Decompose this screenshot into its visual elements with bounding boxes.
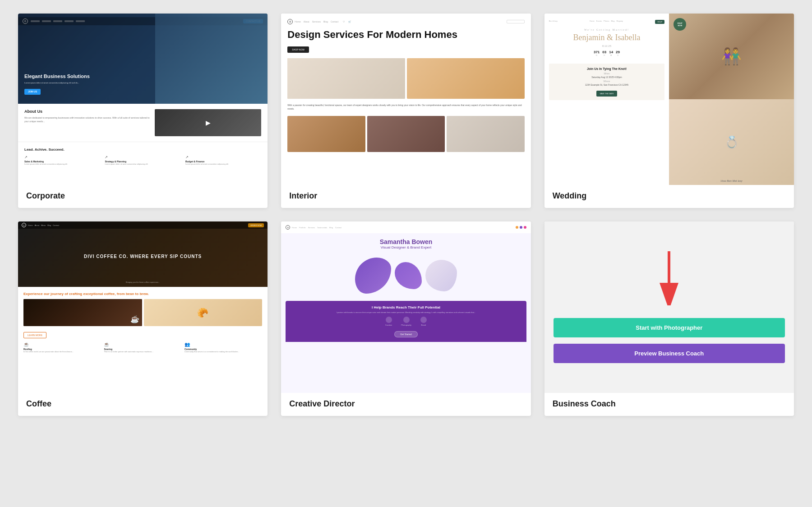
- card-corporate[interactable]: D CONTACT US Elegant Business Solutions …: [18, 14, 268, 208]
- wedding-countdown: 371 D 03 H 14 M 29 S: [594, 50, 620, 56]
- countdown-seconds: 29 S: [616, 50, 620, 56]
- corp-metric-2: ↗ Strategy & Planning Lorem ipsum dolor …: [105, 155, 180, 166]
- coffee-body: Experience our journey of crafting excep…: [18, 287, 268, 358]
- interior-hero-title: Design Services For Modern Homes: [287, 29, 524, 41]
- wed-when-label: When: [553, 72, 661, 75]
- start-photographer-button[interactable]: Start with Photographer: [554, 318, 785, 337]
- wed-when-value: Saturday Aug 12 2025 4:00pm: [553, 76, 661, 78]
- cd-bottom-section: I Help Brands Reach Their Full Potential…: [286, 301, 526, 342]
- cd-nav-links: HomePortfolioServicesTestimonialsBlogCon…: [292, 226, 341, 229]
- interior-shop-btn[interactable]: SHOP NOW: [287, 46, 309, 53]
- coffee-community-icon: 👥: [185, 342, 262, 347]
- cd-hero: Samantha Bowen Visual Designer & Brand E…: [281, 233, 531, 298]
- coffee-feature-2: ☕ Soaring There's no better partner with…: [104, 342, 181, 353]
- wedding-label: Wedding: [544, 185, 794, 208]
- countdown-hours: 03 H: [602, 50, 606, 56]
- corporate-preview: D CONTACT US Elegant Business Solutions …: [18, 14, 268, 185]
- cd-bottom-text: I partner with brands to uncover their u…: [290, 311, 521, 314]
- coffee-feature-3: 👥 Community Community that serves is a c…: [185, 342, 262, 353]
- cd-title: Visual Designer & Brand Expert: [287, 245, 524, 249]
- interior-preview: D HomeAboutServicesBlogContact ♡ 🛒 Desig…: [281, 14, 531, 185]
- cd-nav-dots: [516, 226, 526, 229]
- interior-gallery-3: [447, 116, 524, 152]
- coffee-learn-more-btn[interactable]: LEARN MORE: [23, 332, 46, 338]
- countdown-minutes: 14 M: [609, 50, 613, 56]
- corp-metrics: ↗ Sales & Marketing Lorem ipsum dolor si…: [24, 155, 261, 166]
- card-wedding[interactable]: Ben & Izzy HomeEventsPhotosBlogRegistry …: [544, 14, 794, 208]
- corp-body-image: ▶: [155, 109, 261, 136]
- corp-hero-bg: [155, 14, 268, 104]
- corp-join-btn[interactable]: JOIN US: [24, 89, 41, 95]
- wedding-right: 👫 RSVPNOW 💍 How Ben Met Izzy: [669, 14, 794, 185]
- wed-getting-married: We're Getting Married!: [584, 28, 629, 31]
- creative-director-label: Creative Director: [281, 393, 531, 416]
- interior-hero-images: [287, 58, 524, 99]
- cd-name: Samantha Bowen: [287, 239, 524, 245]
- interior-nav-links: HomeAboutServicesBlogContact ♡ 🛒: [295, 20, 351, 23]
- cd-brand-circle: [420, 317, 427, 323]
- coffee-features: ☕ Roofing In the coffee world, we are pa…: [23, 342, 262, 353]
- cd-bottom-title: I Help Brands Reach Their Full Potential: [290, 305, 521, 309]
- interior-nav: D HomeAboutServicesBlogContact ♡ 🛒: [287, 19, 524, 24]
- cd-bottom-icons: Curation Photography Brand: [290, 317, 521, 326]
- corp-arrow-icon-1: ↗: [24, 155, 100, 159]
- corp-arrow-icon-2: ↗: [105, 155, 180, 159]
- wedding-left: Ben & Izzy HomeEventsPhotosBlogRegistry …: [544, 14, 669, 185]
- coffee-food-image: 🥐: [144, 299, 263, 326]
- interior-label: Interior: [281, 185, 531, 208]
- corp-bottom-title: Lead. Achive. Succeed.: [24, 147, 261, 152]
- card-interior[interactable]: D HomeAboutServicesBlogContact ♡ 🛒 Desig…: [281, 14, 531, 208]
- interior-logo: D: [287, 19, 293, 24]
- wed-where-label: Where: [553, 80, 661, 83]
- interior-body-text: With a passion for creating beautiful, f…: [287, 103, 524, 111]
- cd-blob-purple-small: [395, 262, 422, 289]
- wed-save-btn[interactable]: SAVE THE DATE: [596, 91, 618, 97]
- interior-image-1: [287, 58, 405, 99]
- coffee-soaring-icon: ☕: [104, 342, 181, 347]
- cd-dot-2: [520, 226, 522, 229]
- cd-blob-purple-large: [355, 258, 391, 294]
- cd-photography-circle: [403, 317, 410, 323]
- wed-caption: How Ben Met Izzy: [669, 180, 794, 182]
- creative-director-preview: D HomePortfolioServicesTestimonialsBlogC…: [281, 221, 531, 393]
- template-grid: D CONTACT US Elegant Business Solutions …: [18, 14, 794, 416]
- preview-business-coach-button[interactable]: Preview Business Coach: [554, 344, 785, 363]
- business-coach-label: Business Coach: [544, 393, 794, 416]
- business-coach-preview: Start with Photographer Preview Business…: [544, 221, 794, 393]
- cd-logo: D: [286, 225, 290, 230]
- cd-blob-light: [425, 260, 457, 291]
- wed-where-value: 1234 Example St, San Francisco CA 12345: [553, 83, 661, 86]
- bc-arrow-container: [655, 251, 683, 307]
- card-business-coach[interactable]: Start with Photographer Preview Business…: [544, 221, 794, 416]
- countdown-days: 371 D: [594, 50, 600, 56]
- wedding-nav: Ben & Izzy HomeEventsPhotosBlogRegistry …: [549, 20, 665, 24]
- wedding-date: 8.12.25: [602, 45, 611, 47]
- coffee-image-grid: ☕ 🥐: [23, 299, 262, 326]
- card-coffee[interactable]: D HomeAboutMenuBlogContact ORDER NOW DIV…: [18, 221, 268, 416]
- coffee-hero: D HomeAboutMenuBlogContact ORDER NOW DIV…: [18, 221, 268, 287]
- coffee-hero-sub: Bringing you the finest coffee experienc…: [126, 281, 160, 283]
- corporate-hero: D CONTACT US Elegant Business Solutions …: [18, 14, 268, 104]
- interior-search[interactable]: [507, 20, 525, 23]
- bc-arrow-svg: [655, 251, 683, 305]
- interior-content: D HomeAboutServicesBlogContact ♡ 🛒 Desig…: [281, 14, 531, 157]
- cd-blobs: [287, 253, 524, 298]
- coffee-roofing-icon: ☕: [23, 342, 101, 347]
- corporate-bottom: Lead. Achive. Succeed. ↗ Sales & Marketi…: [18, 142, 268, 171]
- corp-metric-3: ↗ Budget & Finance Lorem ipsum dolor sit…: [185, 155, 261, 166]
- card-creative-director[interactable]: D HomePortfolioServicesTestimonialsBlogC…: [281, 221, 531, 416]
- wed-rsvp-btn[interactable]: RSVP: [655, 20, 664, 24]
- interior-gallery-1: [287, 116, 365, 152]
- corporate-label: Corporate: [18, 185, 268, 208]
- coffee-cup-icon: ☕: [130, 315, 139, 323]
- cd-nav: D HomePortfolioServicesTestimonialsBlogC…: [281, 221, 531, 233]
- cd-get-started-btn[interactable]: Get Started: [394, 331, 418, 337]
- corp-metric-1: ↗ Sales & Marketing Lorem ipsum dolor si…: [24, 155, 100, 166]
- corp-play-btn[interactable]: ▶: [155, 109, 261, 136]
- wedding-section: Join Us In Tying The Knot! When Saturday…: [549, 64, 665, 100]
- coffee-preview: D HomeAboutMenuBlogContact ORDER NOW DIV…: [18, 221, 268, 393]
- corp-hero-text: Elegant Business Solutions Lorem ipsum d…: [24, 73, 90, 95]
- wedding-preview: Ben & Izzy HomeEventsPhotosBlogRegistry …: [544, 14, 794, 185]
- cd-dot-1: [516, 226, 518, 229]
- corporate-body: ▶ About Us We are dedicated to empowerin…: [18, 104, 268, 142]
